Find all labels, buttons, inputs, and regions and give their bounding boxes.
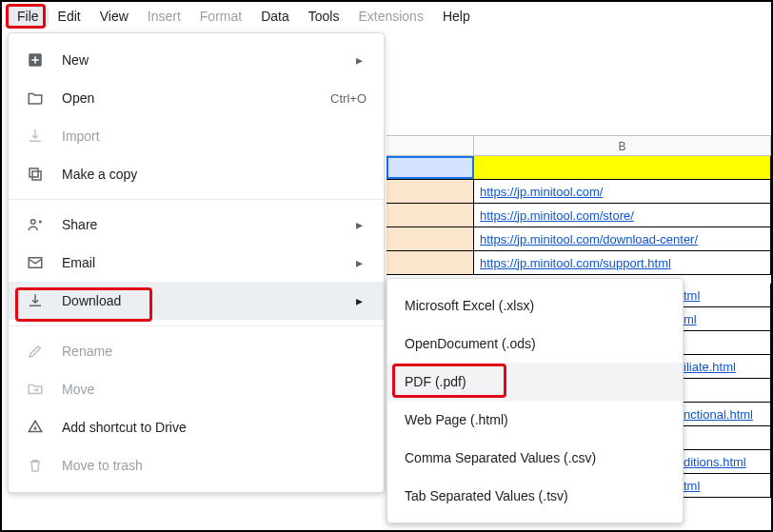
drive-shortcut-icon: [26, 418, 45, 437]
link[interactable]: https://jp.minitool.com/store/: [480, 208, 634, 223]
menu-item-label: OpenDocument (.ods): [405, 336, 536, 351]
download-icon: [26, 291, 45, 310]
link-tail: nctional.html: [684, 407, 753, 422]
table-row[interactable]: [386, 156, 771, 180]
menu-item-label: Make a copy: [62, 167, 367, 182]
menu-edit[interactable]: Edit: [49, 5, 90, 28]
menu-item-label: Move to trash: [62, 458, 367, 473]
cell[interactable]: https://jp.minitool.com/support.html: [474, 251, 771, 274]
menu-item-label: Microsoft Excel (.xlsx): [405, 298, 534, 313]
cell[interactable]: https://jp.minitool.com/: [474, 180, 771, 203]
cell[interactable]: https://jp.minitool.com/download-center/: [474, 227, 771, 250]
menu-item-label: Import: [62, 128, 367, 144]
menu-item-label: New: [62, 52, 351, 68]
menu-item-open[interactable]: Open Ctrl+O: [9, 79, 384, 117]
menu-item-label: Add shortcut to Drive: [62, 420, 367, 435]
menu-extensions: Extensions: [348, 5, 432, 28]
svg-rect-4: [30, 168, 38, 177]
separator: [9, 199, 384, 200]
cell[interactable]: [386, 204, 474, 227]
menu-tools[interactable]: Tools: [299, 5, 349, 28]
partial-link-tails: tml ml iliate.html nctional.html ditions…: [684, 284, 771, 498]
menu-item-rename: Rename: [9, 332, 384, 370]
menu-insert: Insert: [138, 5, 190, 28]
menu-item-download[interactable]: Download ▸: [9, 282, 384, 320]
link[interactable]: https://jp.minitool.com/support.html: [480, 256, 671, 270]
menu-item-add-shortcut[interactable]: Add shortcut to Drive: [9, 408, 384, 446]
download-csv[interactable]: Comma Separated Values (.csv): [387, 439, 683, 477]
svg-rect-3: [32, 171, 41, 180]
rename-icon: [26, 342, 45, 361]
menu-item-new[interactable]: New ▸: [9, 41, 384, 79]
menu-item-make-copy[interactable]: Make a copy: [9, 155, 384, 193]
download-html[interactable]: Web Page (.html): [387, 401, 683, 439]
menu-item-label: Share: [62, 217, 351, 232]
menu-item-label: Rename: [62, 344, 367, 359]
copy-icon: [26, 165, 45, 184]
menu-data[interactable]: Data: [251, 5, 299, 28]
chevron-right-icon: ▸: [351, 217, 367, 232]
separator: [9, 325, 384, 326]
menu-item-label: Open: [62, 90, 330, 106]
import-icon: [26, 127, 45, 146]
cell[interactable]: [386, 180, 474, 203]
table-row[interactable]: https://jp.minitool.com/: [386, 180, 771, 204]
download-tsv[interactable]: Tab Separated Values (.tsv): [387, 477, 683, 515]
link[interactable]: https://jp.minitool.com/download-center/: [480, 232, 698, 246]
menu-item-move: Move: [9, 370, 384, 408]
download-xlsx[interactable]: Microsoft Excel (.xlsx): [387, 286, 683, 325]
menu-help[interactable]: Help: [433, 5, 480, 28]
menu-item-import: Import: [9, 117, 384, 155]
link-tail: tml: [684, 479, 700, 493]
menu-item-label: PDF (.pdf): [405, 374, 466, 389]
download-pdf[interactable]: PDF (.pdf): [387, 363, 683, 401]
link-tail: ml: [684, 312, 697, 326]
column-header-blank: [386, 136, 474, 155]
svg-rect-2: [31, 59, 39, 61]
file-menu-dropdown: New ▸ Open Ctrl+O Import Make a copy Sha…: [8, 32, 385, 493]
column-header-row: B: [386, 135, 771, 156]
menu-item-shortcut: Ctrl+O: [330, 91, 367, 106]
cell[interactable]: [386, 251, 474, 274]
trash-icon: [26, 456, 45, 475]
table-row[interactable]: https://jp.minitool.com/download-center/: [386, 227, 771, 251]
move-icon: [26, 380, 45, 399]
cell[interactable]: [386, 156, 474, 179]
menu-item-share[interactable]: Share ▸: [9, 206, 384, 244]
menu-item-label: Email: [62, 255, 351, 270]
menu-item-label: Comma Separated Values (.csv): [405, 450, 596, 465]
menu-item-trash: Move to trash: [9, 446, 384, 484]
chevron-right-icon: ▸: [351, 52, 367, 68]
download-submenu: Microsoft Excel (.xlsx) OpenDocument (.o…: [386, 278, 684, 523]
chevron-right-icon: ▸: [351, 293, 367, 308]
chevron-right-icon: ▸: [351, 255, 367, 270]
cell-redacted[interactable]: [474, 156, 771, 179]
link-tail: iliate.html: [684, 360, 736, 374]
cell[interactable]: https://jp.minitool.com/store/: [474, 204, 771, 227]
link[interactable]: https://jp.minitool.com/: [480, 185, 603, 199]
folder-icon: [26, 89, 45, 108]
download-ods[interactable]: OpenDocument (.ods): [387, 325, 683, 363]
column-header-b[interactable]: B: [474, 136, 771, 155]
link-tail: tml: [684, 288, 700, 303]
menu-file[interactable]: File: [8, 5, 49, 28]
menu-item-email[interactable]: Email ▸: [9, 244, 384, 282]
menu-view[interactable]: View: [90, 5, 138, 28]
svg-point-5: [31, 220, 36, 225]
table-row[interactable]: https://jp.minitool.com/store/: [386, 204, 771, 227]
table-row[interactable]: https://jp.minitool.com/support.html: [386, 251, 771, 275]
menu-item-label: Web Page (.html): [405, 412, 508, 427]
menubar: File Edit View Insert Format Data Tools …: [2, 2, 771, 30]
new-icon: [26, 50, 45, 69]
menu-format: Format: [190, 5, 251, 28]
link-tail: ditions.html: [684, 455, 746, 469]
menu-item-label: Download: [62, 293, 351, 308]
cell[interactable]: [386, 227, 474, 250]
email-icon: [26, 253, 45, 272]
share-icon: [26, 215, 45, 234]
menu-item-label: Tab Separated Values (.tsv): [405, 488, 568, 503]
menu-item-label: Move: [62, 382, 367, 397]
